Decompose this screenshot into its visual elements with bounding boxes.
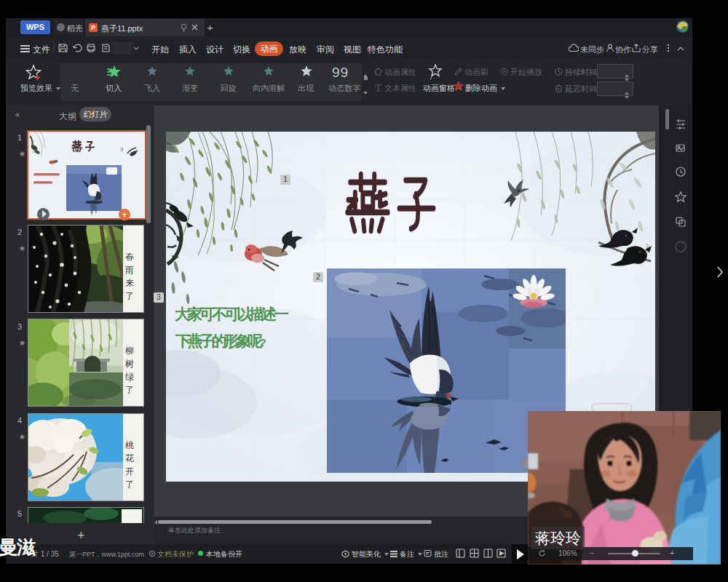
svg-text:3: 3 — [120, 146, 124, 153]
